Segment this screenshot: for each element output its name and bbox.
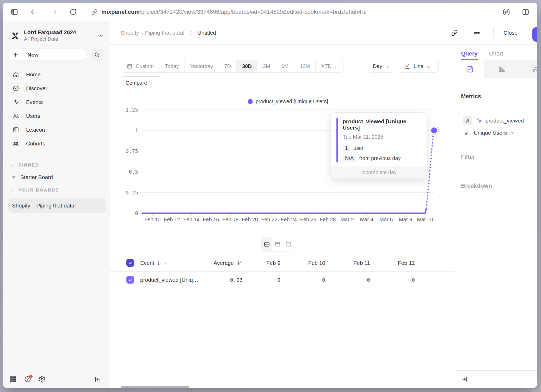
copy-link-icon[interactable]	[451, 29, 458, 37]
sidebar-item-lexicon[interactable]: Lexicon	[3, 123, 110, 137]
sidebar-actions: New	[3, 42, 110, 61]
y-axis-tick-label: 0	[120, 210, 138, 216]
metric-aggregation-row[interactable]: # Unique Users	[463, 130, 537, 136]
row-event-name[interactable]: product_viewed [Uniq…	[140, 277, 198, 283]
row-checkbox[interactable]	[126, 276, 134, 284]
average-header[interactable]: Average	[213, 260, 250, 266]
line-chart-icon	[404, 63, 410, 70]
flows-icon	[532, 65, 537, 73]
collapse-sidebar-icon[interactable]	[94, 376, 102, 383]
sidebar-item-discover[interactable]: Discover	[3, 81, 110, 95]
date-column-header[interactable]: Feb 10	[295, 260, 340, 266]
tooltip-title: product_viewed [Unique Users]	[343, 118, 420, 131]
browser-sidebar-toggle-icon[interactable]	[10, 8, 18, 16]
breakdown-section-label[interactable]: Breakdown	[455, 182, 492, 189]
select-all-checkbox[interactable]	[126, 259, 134, 267]
table-row-left: product_viewed [Uniq… 0.03	[110, 276, 250, 284]
event-column-label[interactable]: Event	[140, 260, 154, 266]
granularity-label: Day	[373, 63, 382, 69]
calendar-icon	[126, 63, 133, 69]
breadcrumb: Shopify – Piping that data! / Untitled	[121, 30, 216, 36]
sidebar-item-starter-board[interactable]: Starter Board	[3, 168, 110, 180]
layout-chart-only-toggle[interactable]	[272, 237, 283, 251]
date-range-control: CustomTodayYesterday7D30D3M6M12MXTD	[121, 60, 343, 73]
home-icon	[13, 71, 19, 78]
x-axis-tick-label: Mar 8	[399, 217, 412, 223]
date-column-header[interactable]: Feb 11	[340, 260, 384, 266]
chart-legend[interactable]: product_viewed [Unique Users]	[142, 99, 434, 105]
your-boards-section-header[interactable]: YOUR BOARDS	[3, 180, 110, 193]
main-area: Shopify – Piping that data! / Untitled C…	[110, 21, 537, 388]
line-chart[interactable]	[110, 45, 455, 388]
workspace-switcher[interactable]: Lord Farquaad 2024 All Project Data	[3, 21, 110, 42]
date-column-header[interactable]: Feb 12	[384, 260, 429, 266]
search-button[interactable]	[90, 49, 103, 61]
range-3m-button[interactable]: 3M	[257, 60, 276, 72]
gear-icon[interactable]	[39, 376, 46, 383]
collapse-panel-icon[interactable]	[461, 376, 468, 383]
report-type-flows-tab[interactable]	[519, 60, 537, 78]
query-panel: Query Chart	[455, 45, 537, 388]
sidebar-item-cohorts[interactable]: Cohorts	[3, 137, 110, 150]
split-view-icon[interactable]	[522, 8, 530, 16]
workspace-info: Lord Farquaad 2024 All Project Data	[24, 29, 99, 42]
tooltip-delta-label: from previous day	[359, 155, 401, 161]
metric-card[interactable]: A product_viewed # Unique Users	[458, 112, 537, 141]
sidebar-item-users[interactable]: Users	[3, 109, 110, 123]
tooltip-value-unit: user	[353, 145, 364, 151]
range-6m-button[interactable]: 6M	[276, 60, 294, 72]
tab-chart[interactable]: Chart	[489, 50, 503, 60]
check-icon	[128, 277, 133, 283]
help-icon[interactable]	[24, 376, 32, 383]
more-options-icon[interactable]	[473, 29, 481, 37]
range-30d-button[interactable]: 30D	[237, 60, 257, 72]
x-axis-tick-label: Feb 28	[319, 217, 336, 223]
date-column-headers: Feb 9Feb 10Feb 11Feb 12	[250, 260, 429, 266]
horizontal-scrollbar[interactable]	[121, 386, 189, 388]
event-icon	[476, 117, 483, 124]
compare-button[interactable]: Compare	[121, 76, 162, 89]
apps-grid-icon[interactable]	[9, 376, 17, 383]
header-divider	[493, 27, 494, 38]
forward-icon[interactable]	[50, 8, 57, 16]
range-12m-button[interactable]: 12M	[294, 60, 316, 72]
breadcrumb-page[interactable]: Untitled	[198, 30, 216, 36]
report-type-insights-tab[interactable]	[455, 60, 484, 78]
range-7d-button[interactable]: 7D	[219, 60, 237, 72]
filter-section-label[interactable]: Filter	[455, 154, 475, 160]
breadcrumb-board[interactable]: Shopify – Piping that data!	[121, 30, 185, 36]
tab-query[interactable]: Query	[461, 50, 478, 60]
range-today-button[interactable]: Today	[159, 60, 185, 72]
new-button[interactable]: New	[8, 49, 87, 61]
cell-value: 0	[250, 277, 295, 283]
range-yesterday-button[interactable]: Yesterday	[185, 60, 219, 72]
granularity-button[interactable]: Day	[368, 60, 394, 73]
chevron-down-icon	[385, 64, 389, 68]
layout-table-only-toggle[interactable]	[283, 237, 294, 251]
x-axis-tick-label: Feb 16	[203, 217, 219, 223]
sidebar-item-active-board[interactable]: Shopify – Piping that data!	[8, 198, 106, 213]
back-icon[interactable]	[30, 8, 38, 16]
active-board-name: Shopify – Piping that data!	[12, 203, 76, 209]
chevron-down-icon	[334, 64, 338, 68]
close-button[interactable]: Close	[503, 30, 518, 36]
y-axis-tick-label: 1	[120, 127, 138, 133]
x-axis-tick-label: Mar 2	[341, 217, 354, 223]
reload-icon[interactable]	[69, 8, 77, 16]
date-column-header[interactable]: Feb 9	[250, 260, 295, 266]
sidebar-item-home[interactable]: Home	[3, 68, 110, 81]
chart-type-button[interactable]: Line	[399, 60, 439, 73]
report-type-funnels-tab[interactable]	[484, 60, 519, 78]
range-label: 30D	[242, 63, 252, 69]
sidebar-item-events[interactable]: Events	[3, 95, 110, 109]
address-bar[interactable]: mixpanel.com/project/3472420/view/397469…	[90, 8, 502, 16]
save-button[interactable]	[532, 27, 537, 42]
layout-split-toggle[interactable]	[262, 237, 272, 251]
browser-window: mixpanel.com/project/3472420/view/397469…	[3, 3, 537, 388]
browser-settings-icon[interactable]	[502, 8, 510, 16]
sidebar: Lord Farquaad 2024 All Project Data New	[3, 21, 110, 388]
range-xtd-button[interactable]: XTD	[316, 60, 343, 72]
pinned-section-header[interactable]: PINNED	[3, 155, 110, 168]
range-custom-button[interactable]: Custom	[121, 60, 159, 72]
users-icon	[13, 113, 19, 119]
